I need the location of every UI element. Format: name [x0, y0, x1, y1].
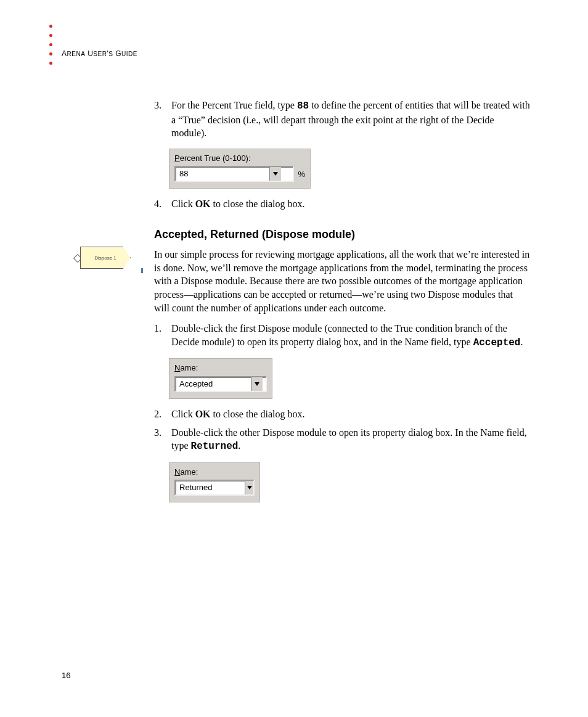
dstep2-text-a: Click: [171, 409, 195, 419]
chevron-down-icon: [247, 486, 252, 490]
dstep1-code: Accepted: [473, 337, 521, 348]
name-value-accepted: Accepted: [176, 377, 251, 391]
dstep3-code: Returned: [191, 441, 239, 452]
dialog-percent-true: Percent True (0-100): 88 %: [169, 149, 311, 189]
step4-text-a: Click: [171, 199, 195, 209]
dstep2-text-b: to close the dialog box.: [211, 409, 305, 419]
content-column: 3. For the Percent True field, type 88 t…: [154, 99, 530, 511]
list-item-dispose-3: 3. Double-click the other Dispose module…: [154, 426, 530, 454]
list-item-dispose-2: 2. Click OK to close the dialog box.: [154, 408, 530, 421]
dropdown-button[interactable]: [251, 377, 263, 391]
list-number: 1.: [154, 322, 165, 350]
chevron-down-icon: [255, 382, 259, 386]
section-heading-accepted-returned: Accepted, Returned (Dispose module): [154, 227, 530, 242]
dstep3-text-b: .: [238, 440, 240, 451]
intro-paragraph: In our simple process for reviewing mort…: [154, 248, 530, 314]
list-number: 3.: [154, 99, 165, 140]
percent-true-label: Percent True (0-100):: [174, 153, 305, 164]
dropdown-button[interactable]: [245, 481, 253, 494]
percent-true-value: 88: [176, 167, 269, 181]
dispose-module-icon: Dispose 1: [80, 247, 136, 274]
chevron-down-icon: [273, 172, 278, 176]
name-combobox-returned[interactable]: Returned: [174, 480, 255, 496]
name-label: Name:: [174, 467, 255, 478]
page-number: 16: [62, 671, 70, 680]
running-header: ARENA USER'S GUIDE: [62, 49, 137, 58]
step4-bold: OK: [195, 199, 211, 209]
dropdown-button[interactable]: [269, 167, 281, 181]
list-item-dispose-1: 1. Double-click the first Dispose module…: [154, 322, 530, 350]
dialog-name-accepted: Name: Accepted: [169, 358, 272, 399]
dstep2-bold: OK: [195, 409, 211, 419]
page: ARENA USER'S GUIDE 3. For the Percent Tr…: [0, 0, 588, 717]
step3-text-a: For the Percent True field, type: [171, 100, 297, 110]
percent-true-combobox[interactable]: 88: [174, 166, 294, 182]
dialog-name-returned: Name: Returned: [169, 462, 260, 503]
dstep1-text-a: Double-click the first Dispose module (c…: [171, 323, 507, 347]
dispose-shape: Dispose 1: [80, 247, 131, 269]
dispose-port-icon: [141, 268, 143, 273]
list-item-step-3: 3. For the Percent True field, type 88 t…: [154, 99, 530, 140]
percent-suffix: %: [298, 169, 305, 180]
step4-text-b: to close the dialog box.: [211, 199, 305, 209]
list-number: 4.: [154, 197, 165, 211]
dstep1-text-b: .: [520, 337, 523, 347]
dispose-label: Dispose 1: [94, 255, 116, 261]
list-item-step-4: 4. Click OK to close the dialog box.: [154, 197, 530, 211]
list-number: 2.: [154, 408, 165, 421]
name-label: Name:: [174, 363, 267, 374]
name-value-returned: Returned: [176, 481, 245, 494]
margin-bullets: [49, 25, 52, 71]
name-combobox-accepted[interactable]: Accepted: [174, 376, 267, 392]
step3-code: 88: [297, 100, 309, 112]
list-number: 3.: [154, 426, 165, 454]
